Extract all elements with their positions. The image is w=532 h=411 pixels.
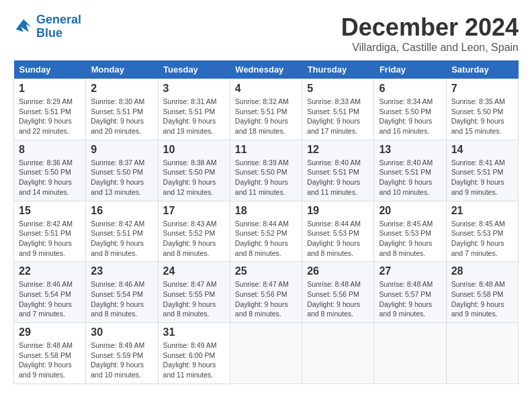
day-info: Sunrise: 8:43 AM Sunset: 5:52 PM Dayligh… xyxy=(163,219,225,259)
weekday-header-sunday: Sunday xyxy=(14,60,86,79)
page-header: General Blue December 2024 Villardiga, C… xyxy=(13,13,519,54)
calendar-cell: 3 Sunrise: 8:31 AM Sunset: 5:51 PM Dayli… xyxy=(158,79,230,140)
calendar-cell: 26 Sunrise: 8:48 AM Sunset: 5:56 PM Dayl… xyxy=(302,262,374,323)
day-info: Sunrise: 8:48 AM Sunset: 5:56 PM Dayligh… xyxy=(307,279,369,319)
day-info: Sunrise: 8:34 AM Sunset: 5:50 PM Dayligh… xyxy=(379,97,441,136)
day-info: Sunrise: 8:36 AM Sunset: 5:50 PM Dayligh… xyxy=(19,158,81,197)
weekday-header-thursday: Thursday xyxy=(302,60,374,79)
day-info: Sunrise: 8:40 AM Sunset: 5:51 PM Dayligh… xyxy=(379,158,441,197)
day-info: Sunrise: 8:37 AM Sunset: 5:50 PM Dayligh… xyxy=(91,158,152,197)
calendar-table: SundayMondayTuesdayWednesdayThursdayFrid… xyxy=(13,60,519,384)
day-info: Sunrise: 8:44 AM Sunset: 5:52 PM Dayligh… xyxy=(235,219,297,259)
day-info: Sunrise: 8:40 AM Sunset: 5:51 PM Dayligh… xyxy=(307,158,369,197)
day-info: Sunrise: 8:49 AM Sunset: 5:59 PM Dayligh… xyxy=(91,340,152,380)
calendar-cell: 23 Sunrise: 8:46 AM Sunset: 5:54 PM Dayl… xyxy=(86,262,158,323)
day-number: 20 xyxy=(379,205,441,217)
day-info: Sunrise: 8:48 AM Sunset: 5:58 PM Dayligh… xyxy=(19,340,81,380)
calendar-cell xyxy=(374,323,446,384)
day-number: 29 xyxy=(19,326,81,338)
calendar-cell: 25 Sunrise: 8:47 AM Sunset: 5:56 PM Dayl… xyxy=(230,262,302,323)
day-number: 2 xyxy=(91,83,152,95)
calendar-cell: 10 Sunrise: 8:38 AM Sunset: 5:50 PM Dayl… xyxy=(158,140,230,201)
day-number: 25 xyxy=(235,265,297,277)
calendar-cell: 29 Sunrise: 8:48 AM Sunset: 5:58 PM Dayl… xyxy=(14,323,86,384)
day-info: Sunrise: 8:42 AM Sunset: 5:51 PM Dayligh… xyxy=(91,219,152,259)
logo: General Blue xyxy=(13,13,81,40)
day-number: 9 xyxy=(91,144,152,156)
calendar-cell: 7 Sunrise: 8:35 AM Sunset: 5:50 PM Dayli… xyxy=(446,79,518,140)
day-info: Sunrise: 8:47 AM Sunset: 5:56 PM Dayligh… xyxy=(235,279,297,319)
day-info: Sunrise: 8:41 AM Sunset: 5:51 PM Dayligh… xyxy=(451,158,513,197)
month-title: December 2024 xyxy=(341,13,519,42)
calendar-cell: 8 Sunrise: 8:36 AM Sunset: 5:50 PM Dayli… xyxy=(14,140,86,201)
day-info: Sunrise: 8:31 AM Sunset: 5:51 PM Dayligh… xyxy=(163,97,225,136)
day-info: Sunrise: 8:39 AM Sunset: 5:50 PM Dayligh… xyxy=(235,158,297,197)
day-info: Sunrise: 8:48 AM Sunset: 5:58 PM Dayligh… xyxy=(451,279,513,319)
calendar-cell: 24 Sunrise: 8:47 AM Sunset: 5:55 PM Dayl… xyxy=(158,262,230,323)
calendar-cell: 15 Sunrise: 8:42 AM Sunset: 5:51 PM Dayl… xyxy=(14,201,86,262)
calendar-cell: 18 Sunrise: 8:44 AM Sunset: 5:52 PM Dayl… xyxy=(230,201,302,262)
logo-text: General Blue xyxy=(36,13,81,40)
calendar-cell xyxy=(302,323,374,384)
calendar-cell: 5 Sunrise: 8:33 AM Sunset: 5:51 PM Dayli… xyxy=(302,79,374,140)
day-info: Sunrise: 8:47 AM Sunset: 5:55 PM Dayligh… xyxy=(163,279,225,319)
day-info: Sunrise: 8:49 AM Sunset: 6:00 PM Dayligh… xyxy=(163,340,225,380)
day-number: 24 xyxy=(163,265,225,277)
location-title: Villardiga, Castille and Leon, Spain xyxy=(341,42,519,54)
calendar-cell: 14 Sunrise: 8:41 AM Sunset: 5:51 PM Dayl… xyxy=(446,140,518,201)
day-info: Sunrise: 8:42 AM Sunset: 5:51 PM Dayligh… xyxy=(19,219,81,259)
calendar-cell: 9 Sunrise: 8:37 AM Sunset: 5:50 PM Dayli… xyxy=(86,140,158,201)
day-number: 3 xyxy=(163,83,225,95)
calendar-cell: 11 Sunrise: 8:39 AM Sunset: 5:50 PM Dayl… xyxy=(230,140,302,201)
weekday-header-wednesday: Wednesday xyxy=(230,60,302,79)
day-info: Sunrise: 8:33 AM Sunset: 5:51 PM Dayligh… xyxy=(307,97,369,136)
calendar-cell: 13 Sunrise: 8:40 AM Sunset: 5:51 PM Dayl… xyxy=(374,140,446,201)
svg-marker-0 xyxy=(16,19,32,32)
calendar-cell: 12 Sunrise: 8:40 AM Sunset: 5:51 PM Dayl… xyxy=(302,140,374,201)
calendar-week-2: 8 Sunrise: 8:36 AM Sunset: 5:50 PM Dayli… xyxy=(14,140,519,201)
day-info: Sunrise: 8:44 AM Sunset: 5:53 PM Dayligh… xyxy=(307,219,369,259)
calendar-cell: 28 Sunrise: 8:48 AM Sunset: 5:58 PM Dayl… xyxy=(446,262,518,323)
day-number: 17 xyxy=(163,205,225,217)
day-number: 15 xyxy=(19,205,81,217)
logo-icon xyxy=(13,17,34,37)
calendar-cell: 1 Sunrise: 8:29 AM Sunset: 5:51 PM Dayli… xyxy=(14,79,86,140)
day-number: 26 xyxy=(307,265,369,277)
day-number: 22 xyxy=(19,265,81,277)
day-number: 5 xyxy=(307,83,369,95)
day-info: Sunrise: 8:45 AM Sunset: 5:53 PM Dayligh… xyxy=(451,219,513,259)
calendar-week-5: 29 Sunrise: 8:48 AM Sunset: 5:58 PM Dayl… xyxy=(14,323,519,384)
day-number: 19 xyxy=(307,205,369,217)
day-number: 4 xyxy=(235,83,297,95)
calendar-cell: 16 Sunrise: 8:42 AM Sunset: 5:51 PM Dayl… xyxy=(86,201,158,262)
day-number: 12 xyxy=(307,144,369,156)
day-info: Sunrise: 8:46 AM Sunset: 5:54 PM Dayligh… xyxy=(19,279,81,319)
day-info: Sunrise: 8:48 AM Sunset: 5:57 PM Dayligh… xyxy=(379,279,441,319)
calendar-cell: 31 Sunrise: 8:49 AM Sunset: 6:00 PM Dayl… xyxy=(158,323,230,384)
calendar-cell: 22 Sunrise: 8:46 AM Sunset: 5:54 PM Dayl… xyxy=(14,262,86,323)
day-number: 21 xyxy=(451,205,513,217)
day-info: Sunrise: 8:30 AM Sunset: 5:51 PM Dayligh… xyxy=(91,97,152,136)
calendar-header-row: SundayMondayTuesdayWednesdayThursdayFrid… xyxy=(14,60,519,79)
day-number: 10 xyxy=(163,144,225,156)
calendar-cell: 20 Sunrise: 8:45 AM Sunset: 5:53 PM Dayl… xyxy=(374,201,446,262)
day-info: Sunrise: 8:45 AM Sunset: 5:53 PM Dayligh… xyxy=(379,219,441,259)
calendar-cell: 4 Sunrise: 8:32 AM Sunset: 5:51 PM Dayli… xyxy=(230,79,302,140)
day-number: 18 xyxy=(235,205,297,217)
calendar-cell: 30 Sunrise: 8:49 AM Sunset: 5:59 PM Dayl… xyxy=(86,323,158,384)
day-number: 31 xyxy=(163,326,225,338)
calendar-cell: 27 Sunrise: 8:48 AM Sunset: 5:57 PM Dayl… xyxy=(374,262,446,323)
calendar-cell xyxy=(446,323,518,384)
calendar-week-3: 15 Sunrise: 8:42 AM Sunset: 5:51 PM Dayl… xyxy=(14,201,519,262)
calendar-cell: 21 Sunrise: 8:45 AM Sunset: 5:53 PM Dayl… xyxy=(446,201,518,262)
calendar-body: 1 Sunrise: 8:29 AM Sunset: 5:51 PM Dayli… xyxy=(14,79,519,384)
weekday-header-tuesday: Tuesday xyxy=(158,60,230,79)
weekday-header-friday: Friday xyxy=(374,60,446,79)
day-number: 30 xyxy=(91,326,152,338)
day-info: Sunrise: 8:35 AM Sunset: 5:50 PM Dayligh… xyxy=(451,97,513,136)
day-number: 23 xyxy=(91,265,152,277)
day-number: 13 xyxy=(379,144,441,156)
day-number: 7 xyxy=(451,83,513,95)
calendar-cell: 2 Sunrise: 8:30 AM Sunset: 5:51 PM Dayli… xyxy=(86,79,158,140)
day-number: 16 xyxy=(91,205,152,217)
